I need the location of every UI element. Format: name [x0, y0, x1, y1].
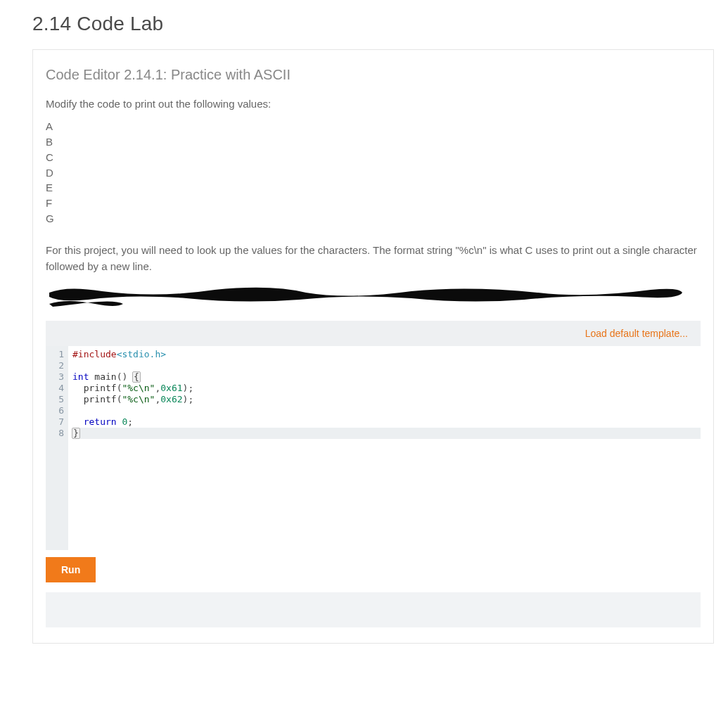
- line-number: 8: [46, 428, 64, 439]
- code-area[interactable]: #include<stdio.h> int main() { printf("%…: [68, 346, 701, 550]
- load-template-link[interactable]: Load default template...: [585, 328, 688, 339]
- line-number: 5: [46, 394, 64, 405]
- code-line[interactable]: int main() {: [72, 371, 701, 383]
- line-number: 7: [46, 416, 64, 428]
- expected-output: A B C D E F G: [46, 119, 701, 226]
- page-title: 2.14 Code Lab: [32, 13, 728, 35]
- code-line[interactable]: [72, 405, 701, 416]
- code-line[interactable]: printf("%c\n",0x62);: [72, 394, 701, 405]
- line-number: 4: [46, 383, 64, 394]
- code-line[interactable]: [72, 360, 701, 371]
- activity-prompt: Modify the code to print out the followi…: [46, 96, 701, 112]
- line-number-gutter: 12345678: [46, 346, 68, 550]
- code-editor[interactable]: 12345678 #include<stdio.h> int main() { …: [46, 346, 701, 550]
- line-number: 3: [46, 371, 64, 383]
- output-panel: [46, 592, 701, 627]
- line-number: 1: [46, 349, 64, 360]
- code-line[interactable]: #include<stdio.h>: [72, 349, 701, 360]
- activity-card: Code Editor 2.14.1: Practice with ASCII …: [32, 49, 714, 644]
- line-number: 6: [46, 405, 64, 416]
- editor-toolbar: Load default template...: [46, 321, 701, 346]
- activity-explanation: For this project, you will need to look …: [46, 242, 701, 275]
- activity-heading: Code Editor 2.14.1: Practice with ASCII: [46, 67, 701, 83]
- code-line[interactable]: return 0;: [72, 416, 701, 428]
- code-line[interactable]: }: [72, 428, 701, 439]
- code-line[interactable]: printf("%c\n",0x61);: [72, 383, 701, 394]
- redacted-text: [46, 284, 701, 312]
- line-number: 2: [46, 360, 64, 371]
- run-button[interactable]: Run: [46, 557, 96, 582]
